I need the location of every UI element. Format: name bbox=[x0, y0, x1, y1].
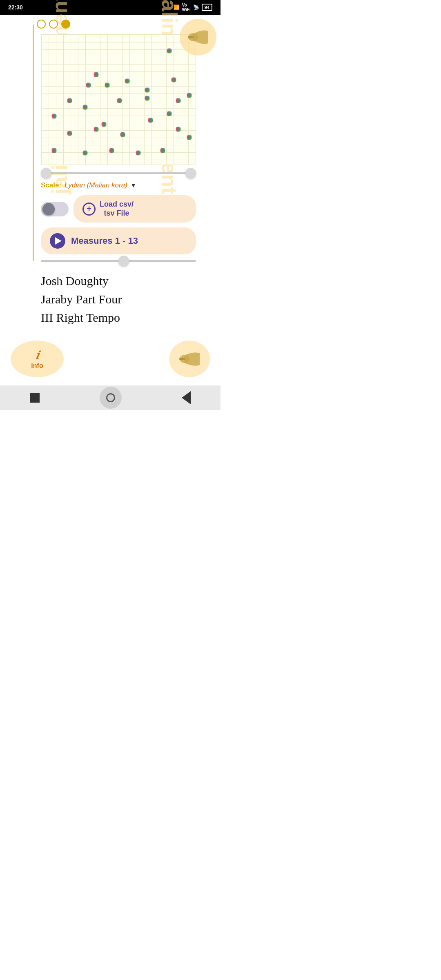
scatter-dot bbox=[95, 128, 99, 132]
dropdown-arrow-icon[interactable]: ▼ bbox=[131, 182, 136, 189]
scatter-dot bbox=[84, 106, 88, 110]
nav-center-button[interactable] bbox=[100, 387, 122, 409]
svg-rect-1 bbox=[188, 36, 194, 38]
scatter-dot bbox=[118, 100, 122, 103]
scatter-dot bbox=[162, 149, 165, 153]
circle-btn-2[interactable] bbox=[49, 20, 58, 29]
scatter-dot bbox=[106, 84, 109, 87]
scatter-dot bbox=[84, 152, 88, 156]
slider-track-2 bbox=[41, 260, 196, 262]
slider-thumb-right[interactable] bbox=[185, 168, 196, 178]
wifi-icon: 📡 bbox=[193, 4, 199, 10]
scatter-dot bbox=[53, 149, 57, 153]
scatter-dot bbox=[95, 74, 99, 77]
horn-icon-top bbox=[186, 25, 210, 49]
play-triangle-icon bbox=[55, 237, 62, 245]
horn-button-top[interactable] bbox=[180, 19, 216, 56]
scatter-dot bbox=[53, 115, 57, 119]
scatter-dot bbox=[168, 113, 172, 116]
yellow-line-decoration bbox=[33, 24, 34, 261]
nav-circle-icon bbox=[106, 393, 115, 402]
toggle-knob bbox=[42, 203, 55, 215]
play-icon-circle bbox=[50, 233, 65, 249]
back-button[interactable] bbox=[182, 391, 191, 404]
scatter-dot bbox=[146, 97, 150, 100]
range-slider-2[interactable] bbox=[41, 260, 196, 262]
measures-button[interactable]: Measures 1 - 13 bbox=[41, 227, 196, 254]
scatter-dot bbox=[188, 136, 192, 140]
bottom-button-row: 𝑖 info bbox=[4, 336, 216, 381]
song-line-3: III Right Tempo bbox=[41, 308, 196, 327]
scale-row: Scale: Lydian (Malian kora) ▼ bbox=[41, 181, 196, 189]
scatter-dot bbox=[188, 94, 192, 98]
horn-button-bottom[interactable] bbox=[169, 341, 210, 377]
circle-btn-3[interactable] bbox=[61, 20, 70, 29]
scale-value: Lydian (Malian kora) bbox=[65, 181, 127, 189]
scatter-plot bbox=[41, 34, 196, 165]
scatter-dot bbox=[103, 123, 107, 127]
scatter-dot bbox=[69, 132, 72, 136]
song-info: Josh Doughty Jaraby Part Four III Right … bbox=[41, 272, 196, 327]
navigation-bar bbox=[0, 385, 220, 410]
plus-circle-icon: + bbox=[82, 203, 96, 216]
scatter-dot bbox=[168, 50, 172, 53]
scatter-dot bbox=[137, 152, 140, 156]
slider-track-1 bbox=[41, 172, 196, 174]
slider-thumb-left[interactable] bbox=[41, 168, 51, 178]
scatter-dot bbox=[111, 149, 114, 153]
status-bar: 22:30 📶 VoWiFi 📡 94 bbox=[0, 0, 220, 15]
toggle-switch[interactable] bbox=[41, 202, 69, 216]
wifi-label: VoWiFi bbox=[182, 3, 191, 12]
battery-display: 94 bbox=[202, 4, 212, 11]
scatter-dot bbox=[173, 78, 176, 82]
scatter-dot bbox=[121, 134, 125, 137]
song-line-2: Jaraby Part Four bbox=[41, 290, 196, 308]
scatter-dot bbox=[146, 89, 150, 93]
measures-label: Measures 1 - 13 bbox=[71, 236, 138, 246]
info-label: info bbox=[31, 362, 43, 370]
scatter-dot bbox=[177, 100, 181, 103]
status-icons: 📶 VoWiFi 📡 94 bbox=[174, 3, 212, 12]
horn-icon-bottom bbox=[177, 348, 202, 370]
time-display: 22:30 bbox=[8, 4, 23, 11]
load-csv-label: Load csv/tsv File bbox=[100, 200, 134, 218]
top-circles[interactable] bbox=[37, 20, 70, 29]
signal-icon: 📶 bbox=[174, 4, 180, 10]
scatter-dot bbox=[177, 128, 181, 132]
info-button[interactable]: 𝑖 info bbox=[11, 341, 64, 377]
row-toggle-csv: + Load csv/tsv File bbox=[41, 195, 196, 223]
home-button[interactable] bbox=[30, 393, 40, 403]
info-icon: 𝑖 bbox=[36, 349, 39, 362]
circle-btn-1[interactable] bbox=[37, 20, 46, 29]
scatter-dot bbox=[126, 80, 130, 84]
scale-label: Scale: bbox=[41, 181, 61, 189]
range-slider-1[interactable] bbox=[41, 172, 196, 174]
song-line-1: Josh Doughty bbox=[41, 272, 196, 290]
scatter-dot bbox=[69, 100, 72, 103]
svg-rect-3 bbox=[179, 358, 185, 360]
button-area: + Load csv/tsv File Measures 1 - 13 bbox=[41, 195, 196, 254]
slider-thumb-2[interactable] bbox=[118, 256, 129, 266]
scatter-dot bbox=[87, 84, 91, 87]
scatter-dot bbox=[149, 119, 153, 123]
load-csv-button[interactable]: + Load csv/tsv File bbox=[74, 195, 196, 223]
